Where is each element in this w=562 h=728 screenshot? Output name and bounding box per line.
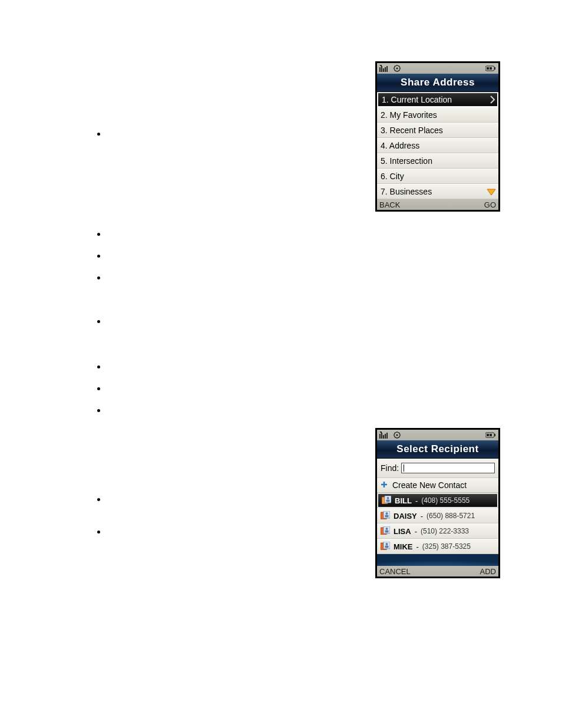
battery-icon: [485, 432, 496, 438]
softkey-back[interactable]: BACK: [379, 200, 400, 209]
contact-phone: (408) 555-5555: [421, 496, 470, 505]
svg-marker-14: [487, 189, 495, 195]
contact-phone: (510) 222-3333: [421, 527, 469, 535]
find-row: Find:: [377, 459, 498, 478]
list-item[interactable]: 7. Businesses: [377, 184, 498, 199]
contact-row[interactable]: MIKE - (325) 387-5325: [377, 539, 498, 554]
status-bar: [377, 430, 498, 440]
svg-point-1: [396, 67, 398, 69]
softkey-bar: CANCEL ADD: [377, 566, 498, 577]
contact-name: DAISY: [394, 512, 417, 521]
softkey-cancel[interactable]: CANCEL: [379, 567, 411, 576]
contact-phone: (325) 387-5325: [422, 542, 471, 551]
phone-select-recipient: Select Recipient Find: Create New Contac…: [375, 428, 500, 578]
decorative-wave: [377, 554, 498, 566]
list-item[interactable]: 4. Address: [377, 138, 498, 153]
plus-icon: [381, 480, 388, 490]
bullet-dot: [97, 387, 100, 390]
svg-rect-12: [487, 67, 489, 70]
contact-icon: [382, 496, 391, 506]
contact-icon: [381, 526, 390, 536]
signal-icon: [379, 431, 390, 439]
signal-icon: [379, 65, 390, 72]
list-item[interactable]: 1. Current Location: [378, 93, 498, 107]
bullet-dot: [97, 409, 100, 412]
svg-rect-34: [386, 499, 390, 502]
svg-rect-26: [494, 434, 495, 436]
battery-icon: [485, 65, 496, 71]
contact-name: BILL: [395, 496, 412, 505]
list-item[interactable]: 3. Recent Places: [377, 123, 498, 138]
gear-icon: [394, 431, 401, 439]
bullet-dot: [97, 255, 100, 258]
phone-share-address: Share Address 1. Current Location2. My F…: [375, 61, 500, 212]
svg-rect-46: [385, 545, 389, 548]
contact-icon: [381, 542, 390, 552]
contact-phone: (650) 888-5721: [427, 512, 475, 520]
softkey-bar: BACK GO: [377, 199, 498, 210]
svg-point-37: [386, 512, 388, 515]
scroll-down-icon: [487, 188, 496, 197]
chevron-right-icon: [490, 95, 495, 106]
list-item[interactable]: 6. City: [377, 169, 498, 184]
find-input[interactable]: [401, 463, 495, 473]
bullet-dot: [97, 233, 100, 236]
share-address-list: 1. Current Location2. My Favorites3. Rec…: [377, 93, 498, 199]
list-item[interactable]: 5. Intersection: [377, 153, 498, 169]
gear-icon: [394, 65, 401, 72]
list-item[interactable]: 2. My Favorites: [377, 107, 498, 123]
bullet-dot: [97, 531, 100, 533]
find-label: Find:: [381, 463, 399, 473]
contact-icon: [381, 511, 390, 521]
svg-point-16: [396, 434, 398, 436]
screen-title: Share Address: [377, 74, 498, 92]
softkey-go[interactable]: GO: [484, 200, 496, 209]
create-new-contact[interactable]: Create New Contact: [377, 478, 498, 493]
document-page: Share Address 1. Current Location2. My F…: [0, 0, 562, 728]
contact-row[interactable]: BILL - (408) 555-5555: [378, 493, 498, 508]
svg-point-33: [387, 497, 389, 499]
svg-point-41: [386, 528, 388, 530]
status-bar: [377, 63, 498, 74]
contact-list: BILL - (408) 555-5555DAISY - (650) 888-5…: [377, 493, 498, 554]
svg-rect-11: [494, 67, 495, 70]
svg-point-45: [386, 543, 388, 545]
contact-name: LISA: [394, 527, 411, 536]
bullet-dot: [97, 498, 100, 501]
screen-title: Select Recipient: [377, 440, 498, 459]
svg-rect-38: [385, 515, 389, 517]
bullet-dot: [97, 320, 100, 323]
bullet-dot: [97, 276, 100, 279]
softkey-add[interactable]: ADD: [480, 567, 496, 576]
contact-name: MIKE: [394, 542, 413, 551]
svg-rect-28: [490, 434, 492, 436]
svg-rect-27: [487, 434, 489, 436]
contact-row[interactable]: LISA - (510) 222-3333: [377, 523, 498, 539]
svg-rect-42: [385, 530, 389, 532]
bullet-dot: [97, 133, 100, 136]
contact-row[interactable]: DAISY - (650) 888-5721: [377, 508, 498, 523]
create-contact-label: Create New Contact: [392, 480, 467, 490]
svg-rect-13: [490, 67, 492, 70]
bullet-dot: [97, 365, 100, 368]
